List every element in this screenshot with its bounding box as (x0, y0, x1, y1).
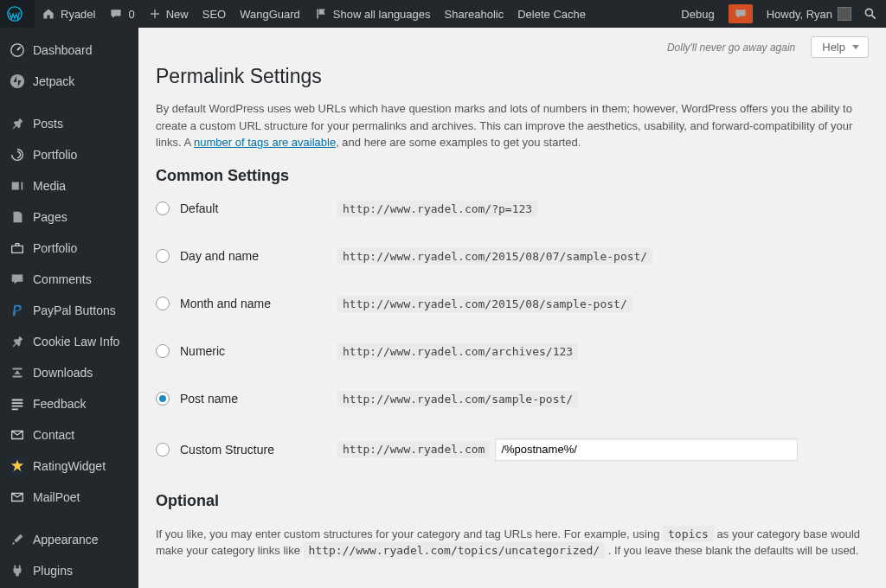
sidebar-item-paypal-buttons[interactable]: PayPal Buttons (0, 295, 138, 326)
account-link[interactable]: Howdy, Ryan (760, 0, 858, 28)
sidebar-item-feedback[interactable]: Feedback (0, 388, 138, 419)
optional-text: If you like, you may enter custom struct… (156, 526, 869, 559)
option-text: Default (180, 201, 218, 215)
optional-heading: Optional (156, 492, 869, 510)
example-url: http://www.ryadel.com/sample-post/ (337, 391, 578, 407)
pin-icon (9, 333, 26, 350)
briefcase-icon (9, 240, 26, 257)
help-tab[interactable]: Help (811, 36, 869, 58)
sidebar-item-posts[interactable]: Posts (0, 108, 138, 139)
topics-url-code: http://www.ryadel.com/topics/uncategoriz… (304, 542, 606, 559)
adminbar-item-langs[interactable]: Show all languages (307, 0, 438, 28)
permalink-option-default: Defaulthttp://www.ryadel.com/?p=123 (156, 201, 869, 217)
envelope-icon (9, 489, 26, 506)
permalink-option-month-and-name: Month and namehttp://www.ryadel.com/2015… (156, 296, 869, 312)
sidebar-item-label: Contact (33, 428, 74, 442)
option-label-custom[interactable]: Custom Structure (156, 443, 337, 457)
dashboard-icon (9, 42, 26, 59)
comments-link[interactable]: 0 (102, 0, 141, 28)
option-label[interactable]: Post name (156, 392, 337, 406)
sidebar-item-label: Posts (33, 117, 63, 131)
radio-button[interactable] (156, 201, 170, 215)
option-label[interactable]: Default (156, 201, 337, 215)
sidebar-item-label: Plugins (33, 564, 73, 578)
new-content-link[interactable]: New (142, 0, 196, 28)
sidebar-item-contact[interactable]: Contact (0, 419, 138, 451)
radio-custom[interactable] (156, 443, 170, 457)
adminbar-item-shareaholic[interactable]: Shareaholic (438, 0, 511, 28)
option-text: Numeric (180, 344, 225, 358)
option-text: Day and name (180, 249, 259, 263)
avatar (838, 7, 851, 21)
sidebar-item-cookie-law-info[interactable]: Cookie Law Info (0, 326, 138, 357)
permalink-option-numeric: Numerichttp://www.ryadel.com/archives/12… (156, 343, 869, 360)
sidebar-item-label: Comments (33, 272, 92, 286)
permalink-option-day-and-name: Day and namehttp://www.ryadel.com/2015/0… (156, 248, 869, 265)
sidebar-item-ratingwidget[interactable]: RatingWidget (0, 451, 138, 482)
custom-structure-input[interactable] (495, 438, 798, 461)
chevron-down-icon (852, 45, 859, 49)
adminbar-debug[interactable]: Debug (674, 0, 726, 28)
sidebar-item-media[interactable]: Media (0, 170, 138, 201)
example-url: http://www.ryadel.com/2015/08/sample-pos… (337, 296, 632, 312)
adminbar-item-delete-cache[interactable]: Delete Cache (510, 0, 593, 28)
custom-prefix: http://www.ryadel.com (337, 441, 490, 457)
sidebar-item-downloads[interactable]: Downloads (0, 357, 138, 388)
sidebar-item-label: Portfolio (33, 148, 77, 162)
sidebar-item-label: PayPal Buttons (33, 304, 116, 317)
main-content: Dolly'll never go away again Help Permal… (138, 28, 886, 588)
site-name-link[interactable]: Ryadel (35, 0, 102, 28)
sidebar-item-label: Appearance (33, 533, 99, 546)
feedback-icon (9, 395, 26, 412)
permalink-option-post-name: Post namehttp://www.ryadel.com/sample-po… (156, 391, 869, 407)
comments-icon (9, 271, 26, 288)
sidebar-item-pages[interactable]: Pages (0, 201, 138, 233)
paypal-icon (9, 302, 26, 319)
sidebar-item-label: Media (33, 179, 66, 193)
radio-button[interactable] (156, 392, 170, 406)
radio-button[interactable] (156, 297, 170, 310)
sidebar-item-label: RatingWidget (33, 459, 106, 473)
download-icon (9, 364, 26, 381)
hello-dolly-lyric: Dolly'll never go away again (667, 42, 795, 54)
topics-code: topics (663, 526, 714, 542)
wp-logo[interactable] (0, 0, 35, 28)
sidebar-item-jetpack[interactable]: Jetpack (0, 66, 138, 97)
radio-button[interactable] (156, 344, 170, 358)
adminbar-item-wangguard[interactable]: WangGuard (233, 0, 307, 28)
media-icon (9, 177, 26, 195)
example-url: http://www.ryadel.com/2015/08/07/sample-… (337, 248, 652, 265)
sidebar-item-comments[interactable]: Comments (0, 264, 138, 295)
pin-icon (9, 115, 26, 132)
star-icon (9, 457, 26, 475)
option-label[interactable]: Numeric (156, 344, 337, 358)
pages-icon (9, 208, 26, 226)
sidebar-item-label: Portfolio (33, 241, 77, 255)
sidebar-item-label: Downloads (33, 366, 93, 380)
notifications-icon[interactable] (729, 4, 753, 23)
example-url: http://www.ryadel.com/archives/123 (337, 343, 578, 360)
sidebar-item-mailpoet[interactable]: MailPoet (0, 482, 138, 513)
sidebar-item-label: Cookie Law Info (33, 335, 119, 348)
sidebar-item-label: Feedback (33, 397, 86, 411)
permalink-option-custom: Custom Structure http://www.ryadel.com (156, 438, 869, 461)
sidebar-item-portfolio[interactable]: Portfolio (0, 139, 138, 170)
plug-icon (9, 562, 26, 579)
sidebar-item-label: MailPoet (33, 490, 80, 504)
sidebar-item-dashboard[interactable]: Dashboard (0, 35, 138, 66)
jetpack-icon (9, 73, 26, 90)
adminbar-item-seo[interactable]: SEO (196, 0, 233, 28)
option-text: Month and name (180, 297, 271, 310)
option-label[interactable]: Month and name (156, 297, 337, 310)
radio-button[interactable] (156, 249, 170, 263)
search-icon[interactable] (858, 0, 886, 28)
sidebar-item-label: Jetpack (33, 74, 74, 88)
sidebar-item-appearance[interactable]: Appearance (0, 524, 138, 555)
sidebar-item-portfolio[interactable]: Portfolio (0, 233, 138, 264)
intro-text: By default WordPress uses web URLs which… (156, 100, 869, 151)
tags-available-link[interactable]: number of tags are available (194, 136, 336, 149)
admin-bar: Ryadel 0 New SEO WangGuard Show all lang… (0, 0, 886, 28)
option-label[interactable]: Day and name (156, 249, 337, 263)
sidebar-item-plugins[interactable]: Plugins (0, 555, 138, 586)
brush-icon (9, 531, 26, 548)
